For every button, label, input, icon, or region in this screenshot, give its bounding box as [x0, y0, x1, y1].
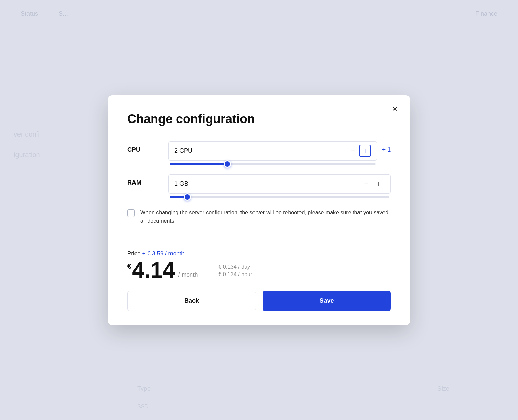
button-row: Back Save	[127, 291, 391, 311]
cpu-stepper-box: 2 CPU − +	[168, 141, 377, 161]
price-day: € 0.134 / day	[219, 264, 252, 270]
price-per-month: / month	[178, 271, 198, 278]
cpu-slider-fill	[170, 163, 227, 165]
ram-row: RAM 1 GB − +	[127, 174, 391, 198]
price-change: + € 3.59 / month	[142, 250, 184, 257]
cpu-slider-track[interactable]	[170, 163, 376, 165]
ram-value: 1 GB	[174, 180, 360, 187]
cpu-slider-thumb[interactable]	[224, 160, 231, 168]
ram-slider-thumb[interactable]	[184, 193, 191, 201]
price-side: € 0.134 / day € 0.134 / hour	[219, 264, 252, 278]
cpu-control: 2 CPU − +	[168, 141, 377, 165]
price-big: € 4.14 / month	[127, 259, 198, 281]
modal-footer: Price + € 3.59 / month € 4.14 / month € …	[108, 239, 410, 325]
warning-row: When changing the server configuration, …	[127, 209, 391, 225]
cpu-row: CPU 2 CPU − + + 1	[127, 141, 391, 165]
ram-increment-button[interactable]: +	[373, 178, 385, 190]
back-button[interactable]: Back	[127, 291, 256, 311]
ram-control: 1 GB − +	[168, 174, 391, 198]
change-configuration-modal: × Change configuration CPU 2 CPU − + + 1	[108, 95, 410, 325]
price-number: 4.14	[132, 259, 175, 281]
ram-stepper-box: 1 GB − +	[168, 174, 391, 194]
price-main-row: € 4.14 / month € 0.134 / day € 0.134 / h…	[127, 259, 391, 281]
modal-body: Change configuration CPU 2 CPU − + + 1	[108, 95, 410, 239]
warning-text: When changing the server configuration, …	[140, 209, 391, 225]
ram-decrement-button[interactable]: −	[360, 178, 373, 190]
cpu-increment-hint: + 1	[382, 141, 391, 153]
reboot-checkbox[interactable]	[127, 209, 135, 217]
modal-title: Change configuration	[127, 112, 391, 126]
cpu-value: 2 CPU	[174, 147, 346, 154]
price-currency: €	[127, 262, 131, 271]
save-button[interactable]: Save	[263, 291, 391, 311]
close-button[interactable]: ×	[388, 102, 402, 116]
ram-label: RAM	[127, 174, 168, 186]
cpu-decrement-button[interactable]: −	[346, 145, 359, 157]
price-label: Price + € 3.59 / month	[127, 250, 391, 257]
ram-slider-track[interactable]	[170, 196, 389, 198]
price-hour: € 0.134 / hour	[219, 271, 252, 278]
cpu-increment-button[interactable]: +	[359, 145, 371, 157]
cpu-label: CPU	[127, 141, 168, 153]
cpu-slider-wrap	[168, 163, 377, 165]
ram-slider-wrap	[168, 196, 391, 198]
